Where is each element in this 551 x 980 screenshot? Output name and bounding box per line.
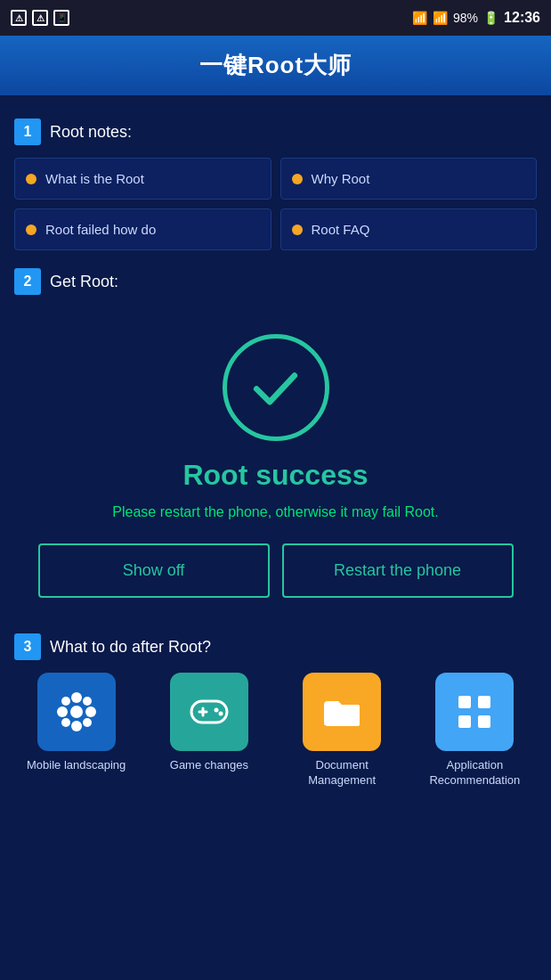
app-document-management[interactable]: Document Management: [284, 673, 400, 788]
action-buttons: Show off Restart the phone: [32, 543, 519, 598]
svg-point-13: [218, 712, 223, 716]
note-what-is-root[interactable]: What is the Root: [14, 158, 271, 200]
folder-icon: [319, 689, 365, 735]
app-label-mobile-landscaping: Mobile landscaping: [27, 758, 126, 773]
app-title: 一键Root大师: [0, 50, 551, 81]
warning-icon-1: ⚠: [11, 10, 27, 26]
battery-icon: 🔋: [483, 11, 498, 25]
section1-number: 1: [14, 118, 41, 145]
app-icon-document-management: [303, 673, 381, 751]
svg-rect-16: [458, 715, 471, 728]
note-root-faq[interactable]: Root FAQ: [280, 208, 538, 250]
restart-notice: Please restart the phone, otherwise it m…: [112, 502, 438, 522]
section2-number: 2: [14, 268, 41, 295]
app-icon-application-recommendation: [435, 673, 514, 751]
flower-icon: [53, 689, 100, 735]
note-text-4: Root FAQ: [312, 222, 370, 237]
svg-point-1: [71, 692, 82, 703]
apps-grid-icon: [451, 689, 498, 735]
notes-grid: What is the Root Why Root Root failed ho…: [14, 158, 537, 250]
app-game-changes[interactable]: Game changes: [151, 673, 267, 788]
wifi-icon: 📶: [412, 11, 427, 25]
app-label-application-recommendation: Application Recommendation: [417, 758, 532, 788]
apps-grid: Mobile landscaping Game changes: [14, 673, 537, 788]
svg-point-5: [61, 697, 70, 706]
app-label-document-management: Document Management: [284, 758, 400, 788]
signal-icon: 📶: [433, 11, 448, 25]
gamepad-icon: [186, 689, 232, 735]
svg-rect-14: [458, 696, 471, 708]
battery-text: 98%: [453, 11, 478, 25]
svg-rect-15: [478, 696, 490, 708]
get-root-section: 2 Get Root: Root success Please restart …: [14, 268, 537, 616]
section1-title: Root notes:: [50, 123, 132, 142]
app-icon-mobile-landscaping: [37, 673, 116, 751]
restart-phone-button[interactable]: Restart the phone: [282, 543, 514, 598]
checkmark-svg: [247, 359, 304, 417]
svg-point-2: [71, 721, 82, 731]
root-success-text: Root success: [182, 459, 368, 492]
note-bullet-1: [26, 174, 36, 184]
section3-title: What to do after Root?: [50, 638, 211, 657]
device-icon: 📱: [53, 10, 69, 26]
svg-point-4: [85, 706, 96, 717]
note-text-2: Why Root: [312, 171, 370, 186]
note-bullet-4: [292, 225, 303, 235]
svg-point-8: [61, 718, 70, 727]
svg-point-6: [83, 718, 92, 727]
app-application-recommendation[interactable]: Application Recommendation: [417, 673, 532, 788]
main-content: 1 Root notes: What is the Root Why Root …: [0, 95, 551, 803]
svg-point-3: [57, 706, 68, 717]
status-bar: ⚠ ⚠ 📱 📶 📶 98% 🔋 12:36: [0, 0, 551, 36]
svg-point-7: [83, 697, 92, 706]
svg-point-12: [214, 708, 218, 713]
section2-header: 2 Get Root:: [14, 268, 537, 295]
section2-title: Get Root:: [50, 273, 118, 291]
show-off-button[interactable]: Show off: [38, 543, 270, 598]
note-bullet-3: [26, 225, 36, 235]
note-root-failed[interactable]: Root failed how do: [14, 208, 271, 250]
time-display: 12:36: [504, 10, 540, 26]
app-label-game-changes: Game changes: [170, 758, 248, 773]
checkmark-circle: [223, 334, 329, 441]
note-why-root[interactable]: Why Root: [280, 158, 538, 200]
note-bullet-2: [292, 174, 303, 184]
app-icon-game-changes: [170, 673, 248, 751]
root-status-area: Root success Please restart the phone, o…: [14, 307, 537, 616]
section3-number: 3: [14, 633, 41, 660]
note-text-3: Root failed how do: [45, 222, 156, 237]
svg-point-0: [70, 706, 83, 718]
status-bar-right: 📶 📶 98% 🔋 12:36: [412, 10, 540, 26]
section1-header: 1 Root notes:: [14, 118, 537, 145]
section3-header: 3 What to do after Root?: [14, 633, 537, 660]
svg-rect-17: [478, 715, 490, 728]
note-text-1: What is the Root: [45, 171, 144, 186]
status-bar-left: ⚠ ⚠ 📱: [11, 10, 69, 26]
app-mobile-landscaping[interactable]: Mobile landscaping: [19, 673, 134, 788]
app-header: 一键Root大师: [0, 36, 551, 95]
after-root-section: 3 What to do after Root?: [14, 633, 537, 788]
warning-icon-2: ⚠: [32, 10, 48, 26]
